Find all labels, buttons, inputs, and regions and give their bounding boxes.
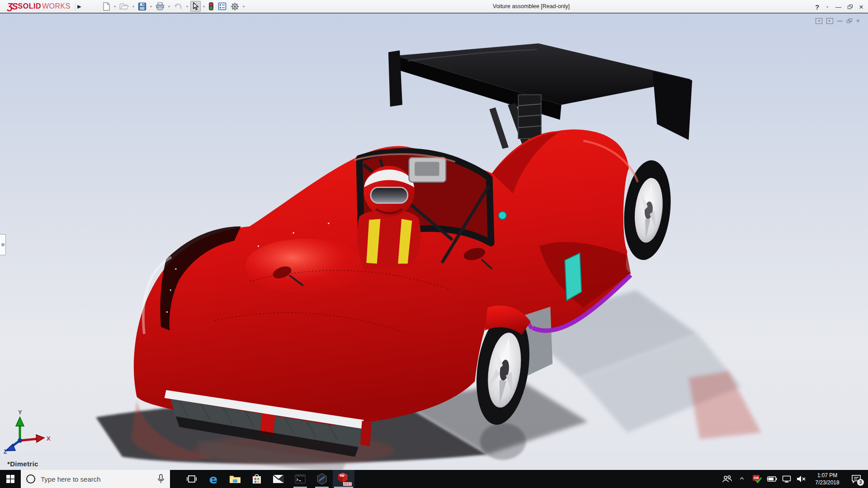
rear-wheel [619,158,675,263]
rear-wing [388,43,692,149]
undo-icon [174,3,183,10]
save-icon [138,2,146,11]
hidden-icons-chevron[interactable]: ^ [734,470,750,488]
select-cursor-icon [192,2,199,10]
people-icon[interactable] [721,470,733,488]
graphics-area[interactable]: ◂ ▸ — × [0,14,868,471]
undo-dropdown-caret[interactable]: ▾ [185,5,189,9]
clock-date: 7/23/2018 [811,479,843,486]
evaluate-button[interactable] [217,1,228,12]
close-button[interactable]: × [859,3,863,11]
windows-taskbar: Type here to search e [0,470,868,488]
sw-cube-label: SW [340,474,344,477]
microphone-icon[interactable] [157,474,165,484]
sw-year-badge: 2017 [343,482,352,486]
edge-icon: e [209,472,217,486]
store-icon [252,474,262,484]
minimize-button[interactable]: — [835,4,841,10]
brand-works: WORKS [42,2,71,10]
standard-toolbar: ▾ ▾ ▾ [101,1,245,12]
open-button[interactable] [118,1,130,12]
solidworks-logo: ƷS SOLID WORKS [0,0,75,13]
solidworks-application-window: ƷS SOLID WORKS ▶ ▾ ▾ [0,0,868,488]
select-dropdown-caret[interactable]: ▾ [202,5,206,9]
open-icon [119,2,129,10]
save-button[interactable] [137,1,148,12]
side-duct [565,253,581,300]
new-dropdown-caret[interactable]: ▾ [113,5,117,9]
car-illustration [96,43,761,471]
new-document-icon [103,2,110,11]
restore-button[interactable] [848,5,853,9]
select-cursor-button[interactable] [190,1,201,12]
options-button[interactable] [229,1,241,12]
windows-logo-icon [6,475,14,483]
open-dropdown-caret[interactable]: ▾ [132,5,135,9]
document-title: Voiture assomblee [Read-only] [493,3,570,9]
display-states-icon [208,2,214,11]
start-button[interactable] [0,470,21,488]
file-explorer-icon [229,474,241,484]
solidworks-2017-button[interactable]: SW 2017 [333,470,354,488]
options-gear-icon [231,2,239,11]
brand-solid: SOLID [18,2,41,10]
triad-z-label: Z [4,449,7,454]
triad-x-label: X [47,435,51,442]
task-view-button[interactable] [181,470,203,488]
mail-button[interactable] [268,470,289,488]
window-controls: ? ▾ — × [815,0,863,14]
svg-text:SW: SW [754,476,759,479]
battery-icon[interactable] [766,470,778,488]
driver-helmet [364,166,415,217]
triad-y-label: Y [18,409,22,416]
mail-icon [273,474,284,483]
save-dropdown-caret[interactable]: ▾ [149,5,153,9]
help-dropdown-caret[interactable]: ▾ [826,5,829,9]
print-dropdown-caret[interactable]: ▾ [167,5,171,9]
composer-hexagon-icon [316,473,327,485]
store-button[interactable] [246,470,268,488]
cortana-icon [26,474,35,483]
race-car-model-canvas[interactable] [0,14,868,471]
edge-button[interactable]: e [203,470,224,488]
orientation-triad: Y X Z [2,409,56,454]
print-button[interactable] [154,1,166,12]
help-button[interactable]: ? [815,3,819,11]
composer-button[interactable] [311,470,333,488]
solidworks-resource-monitor-icon[interactable]: SW [751,470,763,488]
view-orientation-label: *Dimetric [7,460,38,468]
display-states-button[interactable] [207,1,215,12]
clock-time: 1:07 PM [811,472,843,479]
command-prompt-button[interactable] [289,470,311,488]
taskbar-search-input[interactable]: Type here to search [21,470,170,488]
search-placeholder-text: Type here to search [41,475,152,483]
task-view-icon [187,474,197,484]
notification-count-badge: 3 [857,479,864,486]
undo-button[interactable] [172,1,184,12]
menu-flyout-arrow[interactable]: ▶ [75,1,83,11]
titlebar: ƷS SOLID WORKS ▶ ▾ ▾ [0,0,868,14]
new-document-button[interactable] [101,1,112,12]
system-tray: ^ SW [721,470,868,488]
taskbar-clock[interactable]: 1:07 PM 7/23/2018 [811,472,844,486]
volume-muted-icon[interactable] [796,470,807,488]
print-icon [156,2,165,10]
file-explorer-button[interactable] [224,470,246,488]
network-icon[interactable] [781,470,793,488]
command-prompt-icon [295,474,306,483]
evaluate-icon [218,2,226,10]
taskbar-app-icons: e [181,470,354,488]
ds-logo-mark: ƷS [7,1,17,12]
options-dropdown-caret[interactable]: ▾ [242,5,245,9]
action-center-button[interactable]: 3 [847,470,865,488]
